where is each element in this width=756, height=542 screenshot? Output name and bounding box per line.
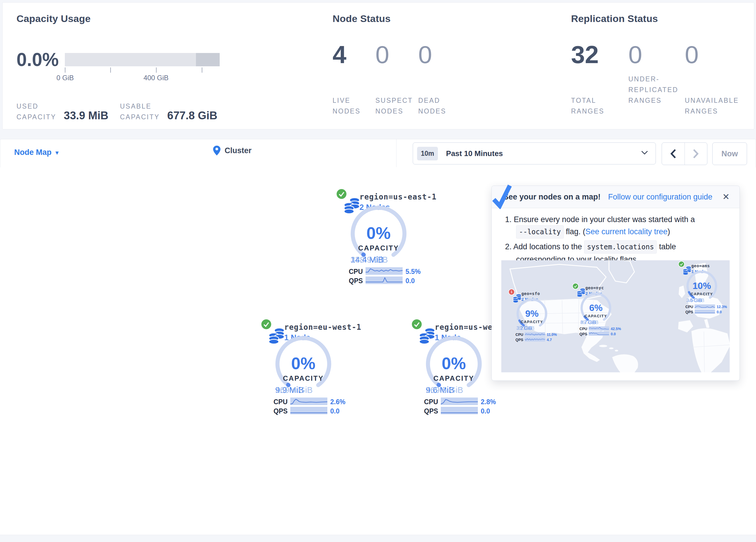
node-status-title: Node Status [333, 13, 391, 24]
configuration-guide-link[interactable]: Follow our configuration guide [608, 192, 712, 201]
locality-label: geo=sfo [521, 291, 540, 296]
view-selector-label: Node Map [14, 148, 52, 157]
locality-tree-link[interactable]: See current locality tree [586, 227, 668, 236]
cluster-summary-panel: Capacity Usage 0.0% 0 GiB 400 GiB USED C… [2, 2, 754, 129]
capacity-axis-label: 0 GiB [42, 74, 88, 82]
capacity-axis-label: 400 GiB [133, 74, 179, 82]
popup-header: See your nodes on a map! Follow our conf… [492, 186, 740, 208]
time-range-label: Past 10 Minutes [446, 149, 503, 158]
used-capacity-value: 33.9 MiB [64, 109, 108, 122]
locality-label: region=us-east-1 [359, 192, 436, 201]
unavailable-count: 0 [685, 40, 699, 69]
chevron-left-icon [670, 149, 676, 159]
status-warning-icon: 1 [509, 289, 514, 295]
capacity-caption: CAPACITY [337, 244, 421, 252]
node-group-us-east-1[interactable]: region=us-east-12 Nodes0%CAPACITY14.4 Mi… [337, 189, 415, 285]
capacity-caption: CAPACITY [261, 374, 345, 383]
suspect-nodes-count: 0 [375, 40, 389, 69]
now-button[interactable]: Now [712, 142, 747, 165]
capacity-axis-tick [110, 67, 111, 73]
capacity-caption: CAPACITY [573, 314, 619, 318]
capacity-bar [65, 53, 220, 66]
capacity-caption: CAPACITY [412, 374, 496, 383]
status-healthy-icon [412, 319, 422, 329]
breadcrumb-label: Cluster [225, 146, 252, 155]
popup-step-1: 1. Ensure every node in your cluster was… [505, 214, 715, 238]
under-replicated-label: UNDER- REPLICATED RANGES [628, 74, 678, 106]
capacity-percent-label: 0% [337, 223, 421, 242]
time-range-dropdown[interactable]: 10m Past 10 Minutes [413, 142, 656, 164]
capacity-caption: CAPACITY [679, 292, 725, 296]
toolbar-divider [396, 139, 397, 167]
cpu-sparkline [525, 333, 545, 337]
usable-capacity-value: 677.8 GiB [167, 109, 217, 122]
view-selector-dropdown[interactable]: Node Map ▾ [14, 148, 58, 157]
suspect-nodes-label: SUSPECT NODES [375, 95, 413, 117]
breadcrumb[interactable]: Cluster [213, 146, 252, 155]
next-panel-edge [0, 535, 756, 542]
live-nodes-count: 4 [333, 40, 346, 69]
locality-flag-code: --locality [516, 225, 564, 238]
big-check-icon [488, 182, 515, 209]
cpu-sparkline [366, 267, 403, 275]
qps-sparkline [366, 277, 403, 284]
locality-label: geo=ams [691, 263, 710, 268]
replication-status-title: Replication Status [571, 13, 658, 24]
node-group-eu-west-1[interactable]: region=eu-west-11 Node0%CAPACITY9.9 MiB1… [261, 319, 340, 416]
dead-nodes-label: DEAD NODES [418, 95, 446, 117]
cpu-sparkline [589, 327, 609, 331]
cpu-sparkline [441, 398, 478, 405]
time-back-button[interactable] [662, 143, 685, 165]
node-map-setup-popup: See your nodes on a map! Follow our conf… [491, 185, 740, 381]
capacity-axis-tick [202, 67, 202, 73]
system-locations-code: system.locations [584, 240, 657, 253]
under-replicated-count: 0 [628, 40, 642, 69]
status-healthy-icon [679, 261, 684, 267]
status-healthy-icon [573, 284, 578, 289]
close-icon[interactable]: ✕ [722, 192, 730, 202]
cpu-sparkline [695, 305, 715, 309]
unavailable-label: UNAVAILABLE RANGES [685, 95, 739, 117]
mini-node-group-ams[interactable]: geo=ams1 Node10%CAPACITY3.6 GiB34.4 GiBC… [679, 261, 730, 358]
time-step-buttons [662, 142, 707, 165]
locality-label: geo=nyc [585, 286, 604, 291]
total-ranges-label: TOTAL RANGES [571, 95, 604, 117]
total-ranges-count: 32 [571, 40, 599, 69]
time-forward-button[interactable] [685, 143, 707, 165]
status-healthy-icon [261, 319, 271, 329]
qps-sparkline [525, 337, 545, 341]
view-toolbar: Node Map ▾ Cluster 10m Past 10 Minutes N… [0, 139, 756, 168]
qps-sparkline [589, 332, 609, 336]
node-group-us-west-1[interactable]: region=us-west-11 Node0%CAPACITY9.6 MiB1… [412, 319, 490, 416]
locality-label: region=eu-west-1 [284, 323, 361, 332]
chevron-down-icon: ▾ [56, 149, 58, 156]
chevron-down-icon [641, 150, 648, 155]
popup-title: See your nodes on a map! [503, 192, 601, 201]
mini-node-group-nyc[interactable]: geo=nyc2 Nodes6%CAPACITY3.7 GiB65.7 GiBC… [573, 284, 651, 372]
capacity-percent-label: 0% [412, 354, 496, 373]
chevron-right-icon [693, 149, 699, 159]
capacity-percent-label: 9% [509, 308, 555, 319]
qps-sparkline [695, 310, 715, 314]
capacity-bar-reserved-segment [196, 53, 220, 66]
live-nodes-label: LIVE NODES [333, 95, 361, 117]
capacity-percent-label: 10% [679, 280, 725, 291]
usable-capacity-label: USABLE CAPACITY [120, 101, 160, 122]
capacity-axis-tick [65, 67, 65, 73]
capacity-usage-title: Capacity Usage [16, 13, 91, 24]
used-capacity-label: USED CAPACITY [16, 101, 56, 122]
world-map-preview: 1geo=sfo2 Nodes9%CAPACITY3.2 GiB35.1 GiB… [501, 260, 730, 372]
popup-instructions: 1. Ensure every node in your cluster was… [505, 214, 715, 267]
capacity-percent-label: 6% [573, 302, 619, 313]
map-pin-icon [213, 146, 221, 155]
capacity-caption: CAPACITY [509, 320, 555, 324]
time-range-badge: 10m [417, 147, 438, 160]
capacity-percent: 0.0% [16, 49, 59, 70]
dead-nodes-count: 0 [418, 40, 432, 69]
status-healthy-icon [337, 189, 346, 199]
capacity-percent-label: 0% [261, 354, 345, 373]
qps-sparkline [290, 407, 327, 414]
cpu-sparkline [290, 398, 327, 405]
capacity-axis-tick [156, 67, 157, 73]
qps-sparkline [441, 407, 478, 414]
